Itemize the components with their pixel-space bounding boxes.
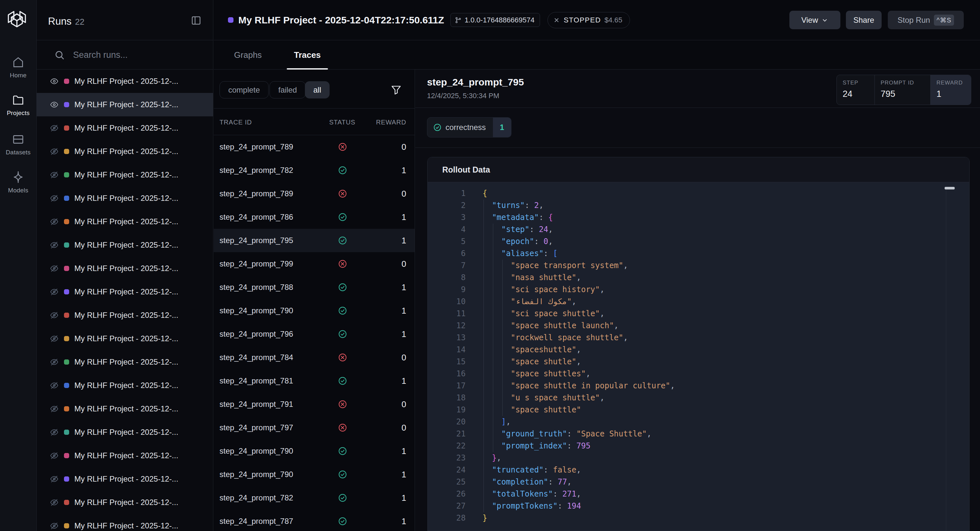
visibility-toggle[interactable] (50, 100, 59, 109)
visibility-toggle-off[interactable] (50, 170, 59, 179)
version-text: 1.0.0-1764886669574 (465, 16, 535, 24)
trace-row[interactable]: step_24_prompt_790 1 (214, 299, 415, 322)
run-list-item[interactable]: My RLHF Project - 2025-12-... (37, 514, 213, 531)
run-color-dot (64, 406, 69, 411)
sidebar-item-home[interactable]: Home (0, 56, 37, 79)
visibility-toggle-off[interactable] (50, 404, 59, 413)
code-line: 6 "aliases": [ (428, 248, 969, 260)
run-list-item[interactable]: My RLHF Project - 2025-12-... (37, 70, 213, 93)
visibility-toggle-off[interactable] (50, 498, 59, 507)
run-color-dot (228, 17, 234, 23)
run-list-item[interactable]: My RLHF Project - 2025-12-... (37, 233, 213, 257)
visibility-toggle-off[interactable] (50, 264, 59, 273)
visibility-toggle-off[interactable] (50, 521, 59, 530)
filter-icon[interactable] (391, 84, 402, 96)
run-list-item[interactable]: My RLHF Project - 2025-12-... (37, 140, 213, 163)
view-button[interactable]: View (789, 11, 840, 29)
trace-reward: 0 (402, 423, 406, 433)
code-scrollbar-thumb[interactable] (945, 187, 955, 190)
filter-chip-all[interactable]: all (305, 81, 329, 99)
trace-row[interactable]: step_24_prompt_781 1 (214, 369, 415, 392)
run-list-item[interactable]: My RLHF Project - 2025-12-... (37, 421, 213, 444)
visibility-toggle-off[interactable] (50, 123, 59, 132)
run-list-item[interactable]: My RLHF Project - 2025-12-... (37, 374, 213, 397)
run-list-item[interactable]: My RLHF Project - 2025-12-... (37, 303, 213, 327)
search-input[interactable] (73, 40, 203, 70)
run-list-item[interactable]: My RLHF Project - 2025-12-... (37, 397, 213, 421)
trace-row[interactable]: step_24_prompt_796 1 (214, 322, 415, 346)
share-button[interactable]: Share (846, 11, 881, 29)
sidebar-item-projects[interactable]: Projects (0, 94, 37, 116)
trace-row[interactable]: step_24_prompt_782 1 (214, 486, 415, 510)
trace-row[interactable]: step_24_prompt_790 1 (214, 463, 415, 486)
trace-row[interactable]: step_24_prompt_787 1 (214, 510, 415, 531)
visibility-toggle-off[interactable] (50, 241, 59, 250)
line-number: 18 (428, 392, 466, 404)
line-content: "turns": 2, (466, 199, 544, 212)
run-label: My RLHF Project - 2025-12-... (74, 147, 178, 156)
sidebar-item-models[interactable]: Models (0, 170, 37, 194)
visibility-toggle-off[interactable] (50, 194, 59, 203)
line-number: 19 (428, 404, 466, 416)
filter-chip-failed[interactable]: failed (269, 81, 305, 99)
trace-id: step_24_prompt_786 (220, 212, 293, 222)
filter-chip-complete[interactable]: complete (220, 81, 269, 99)
visibility-toggle-off[interactable] (50, 474, 59, 483)
run-color-dot (64, 242, 69, 248)
run-list-item[interactable]: My RLHF Project - 2025-12-... (37, 327, 213, 350)
visibility-toggle[interactable] (50, 77, 59, 86)
code-line: 22 "prompt_index": 795 (428, 440, 969, 452)
version-badge[interactable]: 1.0.0-1764886669574 (450, 13, 540, 27)
trace-row[interactable]: step_24_prompt_797 0 (214, 416, 415, 439)
trace-row[interactable]: step_24_prompt_788 1 (214, 276, 415, 299)
visibility-toggle-off[interactable] (50, 428, 59, 437)
eye-off-icon (50, 147, 59, 156)
line-content: "مكوك الفضاء", (466, 296, 576, 308)
trace-row[interactable]: step_24_prompt_791 0 (214, 392, 415, 416)
trace-reward: 1 (402, 493, 406, 503)
trace-row[interactable]: step_24_prompt_799 0 (214, 252, 415, 276)
app-logo-icon[interactable] (6, 9, 28, 28)
trace-row[interactable]: step_24_prompt_789 0 (214, 182, 415, 206)
visibility-toggle-off[interactable] (50, 147, 59, 156)
run-list-item[interactable]: My RLHF Project - 2025-12-... (37, 491, 213, 514)
visibility-toggle-off[interactable] (50, 357, 59, 367)
line-content: }, (466, 452, 501, 464)
collapse-panel-icon[interactable] (191, 15, 201, 26)
visibility-toggle-off[interactable] (50, 287, 59, 297)
trace-row[interactable]: step_24_prompt_789 0 (214, 135, 415, 159)
run-color-dot (64, 500, 69, 505)
folder-icon (12, 94, 25, 107)
run-list-item[interactable]: My RLHF Project - 2025-12-... (37, 163, 213, 187)
eye-off-icon (50, 404, 59, 414)
run-color-dot (64, 149, 69, 154)
run-list-item[interactable]: My RLHF Project - 2025-12-... (37, 187, 213, 210)
trace-row[interactable]: step_24_prompt_790 1 (214, 439, 415, 463)
run-list-item[interactable]: My RLHF Project - 2025-12-... (37, 444, 213, 467)
visibility-toggle-off[interactable] (50, 381, 59, 390)
stat-label: STEP (843, 80, 869, 86)
run-list-item[interactable]: My RLHF Project - 2025-12-... (37, 116, 213, 140)
run-list-item[interactable]: My RLHF Project - 2025-12-... (37, 350, 213, 374)
visibility-toggle-off[interactable] (50, 311, 59, 320)
rollout-json-viewer[interactable]: 1 { 2 "turns": 2, 3 "metadata": { 4 "ste… (428, 182, 969, 531)
trace-row[interactable]: step_24_prompt_782 1 (214, 159, 415, 182)
sidebar-item-datasets[interactable]: Datasets (0, 133, 37, 156)
code-line: 16 "space shuttles", (428, 368, 969, 380)
run-list-item[interactable]: My RLHF Project - 2025-12-... (37, 257, 213, 280)
tab-graphs[interactable]: Graphs (224, 40, 272, 70)
visibility-toggle-off[interactable] (50, 217, 59, 226)
run-list-item[interactable]: My RLHF Project - 2025-12-... (37, 93, 213, 116)
run-list-item[interactable]: My RLHF Project - 2025-12-... (37, 467, 213, 491)
line-number: 25 (428, 476, 466, 488)
trace-row[interactable]: step_24_prompt_784 0 (214, 346, 415, 369)
line-number: 7 (428, 260, 466, 272)
run-list-item[interactable]: My RLHF Project - 2025-12-... (37, 210, 213, 233)
visibility-toggle-off[interactable] (50, 334, 59, 343)
trace-row[interactable]: step_24_prompt_795 1 (214, 229, 415, 252)
stop-run-button[interactable]: Stop Run ^⌘S (888, 11, 964, 29)
run-list-item[interactable]: My RLHF Project - 2025-12-... (37, 280, 213, 303)
trace-row[interactable]: step_24_prompt_786 1 (214, 206, 415, 229)
tab-traces[interactable]: Traces (287, 40, 328, 70)
visibility-toggle-off[interactable] (50, 451, 59, 460)
